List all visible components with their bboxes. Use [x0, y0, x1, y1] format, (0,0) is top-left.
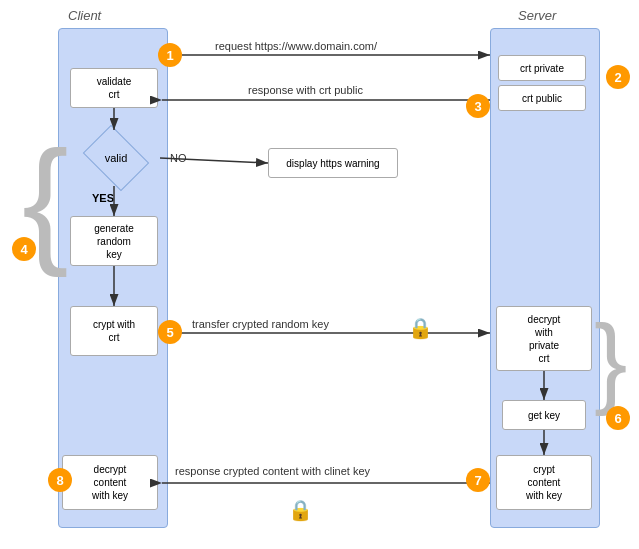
decrypt-content-box: decryptcontentwith key — [62, 455, 158, 510]
yes-label: YES — [92, 192, 114, 204]
generate-key-box: generaterandomkey — [70, 216, 158, 266]
badge-1: 1 — [158, 43, 182, 67]
crypt-content-key-box: cryptcontentwith key — [496, 455, 592, 510]
badge-6: 6 — [606, 406, 630, 430]
crypt-with-crt-box: crypt withcrt — [70, 306, 158, 356]
decrypt-private-box: decryptwithprivatecrt — [496, 306, 592, 371]
response-content-label: response crypted content with clinet key — [175, 465, 370, 477]
display-warning-box: display https warning — [268, 148, 398, 178]
transfer-key-label: transfer crypted random key — [192, 318, 329, 330]
diagram: Client Server validatecrt valid YES gene… — [0, 0, 639, 549]
no-label: NO — [170, 152, 187, 164]
valid-diamond — [83, 125, 149, 191]
badge-8: 8 — [48, 468, 72, 492]
get-key-box: get key — [502, 400, 586, 430]
badge-4: 4 — [12, 237, 36, 261]
response-crt-label: response with crt public — [248, 84, 363, 96]
brace-right-6: } — [594, 310, 627, 410]
badge-3: 3 — [466, 94, 490, 118]
lock-icon-top: 🔒 — [408, 316, 433, 340]
crt-public-box: crt public — [498, 85, 586, 111]
badge-5: 5 — [158, 320, 182, 344]
request-label: request https://www.domain.com/ — [215, 40, 377, 52]
client-label: Client — [68, 8, 101, 23]
server-label: Server — [518, 8, 556, 23]
crt-private-box: crt private — [498, 55, 586, 81]
validate-crt-box: validatecrt — [70, 68, 158, 108]
badge-7: 7 — [466, 468, 490, 492]
badge-2: 2 — [606, 65, 630, 89]
valid-diamond-wrap: valid — [72, 130, 160, 186]
lock-icon-bottom: 🔒 — [288, 498, 313, 522]
